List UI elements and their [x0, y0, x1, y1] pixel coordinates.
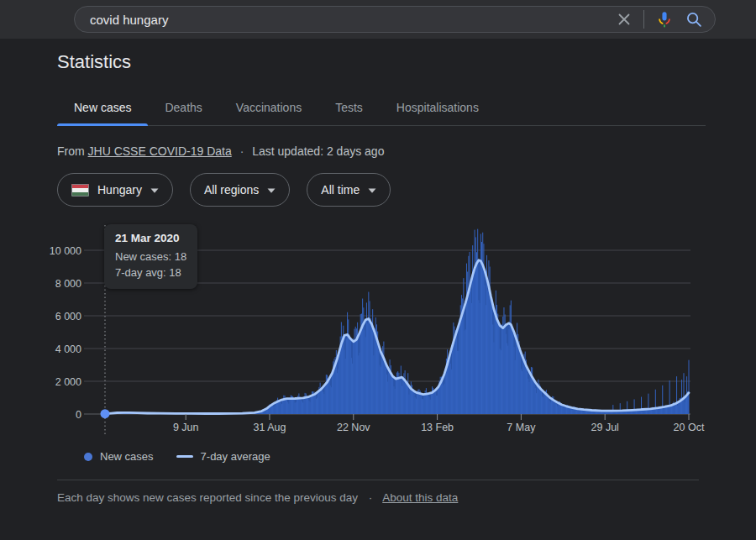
filter-chips: HungaryAll regionsAll time [57, 173, 756, 207]
legend-item-7-day-average: 7-day average [176, 450, 270, 463]
x-axis-label: 20 Oct [674, 422, 705, 433]
x-axis-label: 13 Feb [421, 422, 454, 433]
filter-chip-label: Hungary [97, 183, 142, 197]
about-this-data-link[interactable]: About this data [382, 491, 458, 504]
legend-label: New cases [100, 450, 154, 463]
page-title: Statistics [57, 50, 756, 74]
search-icon [685, 10, 703, 29]
y-axis-label: 0 [76, 409, 81, 421]
y-axis-label: 6 000 [55, 311, 81, 322]
clear-search-button[interactable] [616, 11, 633, 28]
searchbar-divider [643, 10, 644, 29]
source-prefix: From [57, 144, 85, 158]
x-axis-label: 9 Jun [173, 422, 199, 433]
x-axis-label: 22 Nov [337, 422, 370, 433]
x-axis-label: 7 May [507, 422, 536, 433]
filter-chip-label: All time [321, 183, 360, 197]
source-attribution: From JHU CSSE COVID-19 Data · Last updat… [57, 144, 756, 158]
new-cases-chart[interactable]: 02 0004 0006 0008 00010 0009 Jun31 Aug22… [0, 213, 756, 442]
filter-chip-label: All regions [204, 183, 259, 197]
y-axis-label: 4 000 [55, 343, 81, 355]
tab-hospitalisations[interactable]: Hospitalisations [380, 89, 496, 125]
tab-vaccinations[interactable]: Vaccinations [219, 89, 318, 125]
search-submit-button[interactable] [685, 10, 703, 29]
y-axis-label: 8 000 [55, 278, 81, 290]
filter-chip-regions[interactable]: All regions [190, 173, 290, 207]
tab-deaths[interactable]: Deaths [148, 89, 218, 125]
chart-section: 02 0004 0006 0008 00010 0009 Jun31 Aug22… [0, 213, 756, 442]
source-link[interactable]: JHU CSSE COVID-19 Data [88, 144, 232, 158]
footnote-text: Each day shows new cases reported since … [57, 491, 358, 504]
search-input[interactable] [90, 13, 616, 27]
filter-chip-country[interactable]: Hungary [57, 173, 173, 207]
x-axis-label: 29 Jul [591, 422, 619, 433]
search-header [0, 0, 756, 39]
hungary-flag-icon [71, 184, 89, 197]
chevron-down-icon [267, 188, 276, 193]
source-separator: · [240, 144, 244, 158]
chart-legend: New cases7-day average [0, 450, 756, 463]
selected-point-dot [101, 409, 110, 418]
last-updated-text: Last updated: 2 days ago [252, 144, 384, 158]
legend-label: 7-day average [201, 450, 270, 463]
tab-new-cases[interactable]: New cases [57, 89, 148, 125]
filter-chip-time[interactable]: All time [307, 173, 391, 207]
legend-dot-icon [84, 453, 92, 461]
x-axis-label: 31 Aug [254, 422, 286, 433]
chevron-down-icon [368, 188, 376, 193]
close-icon [616, 11, 633, 28]
daily-new-cases-bars [105, 229, 690, 415]
microphone-icon [655, 10, 674, 29]
footer-divider [57, 480, 699, 480]
footnote-separator: · [369, 491, 373, 504]
google-search-dark-page: { "search": { "query": "covid hungary" }… [0, 0, 756, 540]
legend-item-new-cases: New cases [84, 450, 154, 463]
voice-search-button[interactable] [655, 10, 674, 29]
search-bar[interactable] [74, 6, 716, 33]
stats-tabs: New casesDeathsVaccinationsTestsHospital… [57, 89, 706, 126]
legend-line-icon [176, 455, 193, 458]
chart-footnote: Each day shows new cases reported since … [57, 491, 756, 504]
y-axis-label: 2 000 [55, 376, 81, 388]
chevron-down-icon [150, 188, 159, 193]
tab-tests[interactable]: Tests [318, 89, 380, 125]
y-axis-label: 10 000 [50, 245, 81, 257]
